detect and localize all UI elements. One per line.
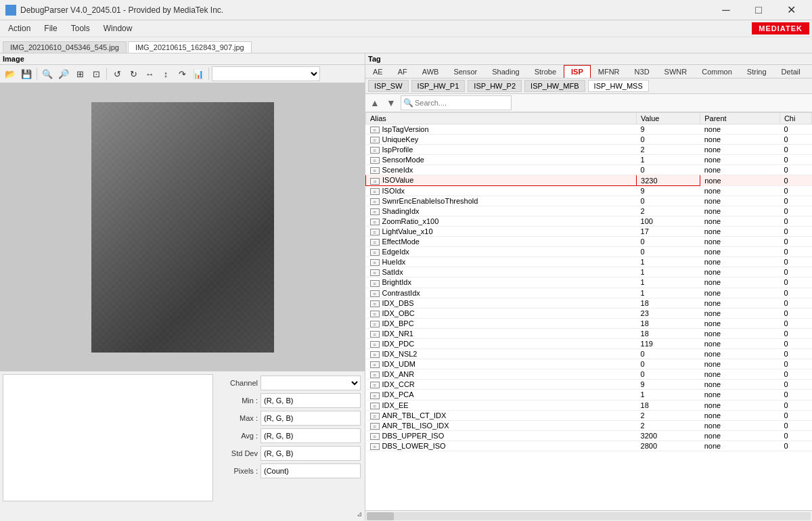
window-controls: ─ □ ✕ [710, 0, 807, 20]
cell-value: 2 [637, 145, 700, 155]
tab-sensor[interactable]: Sensor [446, 65, 484, 78]
tab-isp[interactable]: ISP [564, 65, 591, 78]
table-row[interactable]: =EffectMode0none0 [366, 237, 812, 247]
menu-action[interactable]: Action [3, 22, 36, 35]
sub-tab-isphwp1[interactable]: ISP_HW_P1 [411, 80, 466, 92]
sub-tab-ispsw[interactable]: ISP_SW [368, 80, 409, 92]
tab-mfnr[interactable]: MFNR [591, 65, 627, 78]
table-row[interactable]: =SceneIdx0none0 [366, 165, 812, 175]
table-row[interactable]: =UniqueKey0none0 [366, 135, 812, 145]
table-row[interactable]: =IDX_UDM0none0 [366, 359, 812, 369]
rotate-cw-button[interactable]: ↷ [175, 66, 189, 81]
cell-children: 0 [780, 308, 811, 318]
tab-awb[interactable]: AWB [415, 65, 447, 78]
table-row[interactable]: =ZoomRatio_x100100none0 [366, 216, 812, 226]
table-row[interactable]: =DBS_LOWER_ISO2800none0 [366, 440, 812, 451]
cell-children: 0 [780, 185, 811, 196]
tab-strobe[interactable]: Strobe [527, 65, 564, 78]
cell-value: 0 [637, 349, 700, 359]
file-tab-1[interactable]: IMG_20210615_162843_907.jpg [128, 41, 252, 53]
table-row[interactable]: =HueIdx1none0 [366, 257, 812, 267]
table-row[interactable]: =IDX_PCA1none0 [366, 390, 812, 400]
table-row[interactable]: =LightValue_x1017none0 [366, 226, 812, 236]
tab-ae[interactable]: AE [365, 65, 390, 78]
horizontal-scrollbar[interactable] [367, 512, 811, 520]
channel-select[interactable] [261, 376, 361, 390]
tab-string[interactable]: String [740, 65, 774, 78]
table-row[interactable]: =EdgeIdx0none0 [366, 247, 812, 257]
save-button[interactable]: 💾 [19, 66, 34, 81]
table-row[interactable]: =ANR_TBL_CT_IDX2none0 [366, 410, 812, 420]
table-row[interactable]: =IDX_EE18none0 [366, 400, 812, 410]
table-row[interactable]: =SensorMode1none0 [366, 155, 812, 165]
scroll-thumb [367, 512, 394, 520]
table-row[interactable]: =ISOValue3230none0 [366, 175, 812, 185]
table-row[interactable]: =IDX_NR118none0 [366, 328, 812, 338]
row-icon: = [370, 229, 380, 235]
cell-alias: =SatIdx [366, 267, 637, 277]
maximize-button[interactable]: □ [743, 0, 774, 20]
histogram-button[interactable]: 📊 [191, 66, 206, 81]
cell-value: 100 [637, 216, 700, 226]
tab-af[interactable]: AF [390, 65, 415, 78]
sub-tab-isphwmfb[interactable]: ISP_HW_MFB [524, 80, 585, 92]
app-icon [5, 5, 16, 16]
table-row[interactable]: =IspProfile2none0 [366, 145, 812, 155]
cell-children: 0 [780, 390, 811, 400]
table-row[interactable]: =ShadingIdx2none0 [366, 206, 812, 216]
actual-size-button[interactable]: ⊡ [89, 66, 104, 81]
cell-value: 9 [637, 185, 700, 196]
search-input[interactable] [401, 95, 512, 110]
tab-n3d[interactable]: N3D [627, 65, 657, 78]
sub-tab-isphwmss[interactable]: ISP_HW_MSS [588, 80, 649, 92]
table-row[interactable]: =IDX_OBC23none0 [366, 308, 812, 318]
table-row[interactable]: =IspTagVersion9none0 [366, 124, 812, 135]
row-icon: = [370, 259, 380, 266]
bottom-scroll-bar[interactable] [365, 510, 812, 521]
flip-v-button[interactable]: ↕ [158, 66, 173, 81]
tab-common[interactable]: Common [694, 65, 740, 78]
expand-down-button[interactable]: ▼ [384, 96, 398, 110]
cell-parent: none [700, 369, 780, 380]
table-header-row: Alias Value Parent Chi [366, 113, 812, 124]
table-row[interactable]: =IDX_BPC18none0 [366, 318, 812, 328]
cell-alias: =BrightIdx [366, 277, 637, 288]
menu-window[interactable]: Window [98, 22, 138, 35]
table-row[interactable]: =IDX_PDC119none0 [366, 338, 812, 348]
table-row[interactable]: =BrightIdx1none0 [366, 277, 812, 288]
table-row[interactable]: =IDX_NSL20none0 [366, 349, 812, 359]
tab-detail[interactable]: Detail [774, 65, 808, 78]
close-button[interactable]: ✕ [775, 0, 807, 20]
table-row[interactable]: =ContrastIdx1none0 [366, 288, 812, 298]
menu-tools[interactable]: Tools [66, 22, 95, 35]
title-bar: DebugParser V4.0_2045.01 - Provided by M… [0, 0, 812, 20]
minimize-button[interactable]: ─ [710, 0, 742, 20]
table-row[interactable]: =IDX_DBS18none0 [366, 298, 812, 308]
cell-children: 0 [780, 277, 811, 288]
table-row[interactable]: =SwnrEncEnableIsoThreshold0none0 [366, 196, 812, 206]
table-row[interactable]: =IDX_ANR0none0 [366, 369, 812, 380]
row-icon: = [370, 413, 380, 420]
fit-button[interactable]: ⊞ [72, 66, 87, 81]
open-button[interactable]: 📂 [3, 66, 18, 81]
row-icon: = [370, 290, 380, 297]
rotate-right-button[interactable]: ↻ [126, 66, 141, 81]
expand-up-button[interactable]: ▲ [368, 96, 382, 110]
toolbar-select[interactable] [212, 66, 320, 81]
table-row[interactable]: =ISOIdx9none0 [366, 185, 812, 196]
table-row[interactable]: =ANR_TBL_ISO_IDX2none0 [366, 420, 812, 430]
file-tab-0[interactable]: IMG_20210610_045346_545.jpg [3, 41, 127, 53]
table-row[interactable]: =SatIdx1none0 [366, 267, 812, 277]
menu-file[interactable]: File [39, 22, 62, 35]
rotate-left-button[interactable]: ↺ [110, 66, 125, 81]
zoom-out-button[interactable]: 🔎 [56, 66, 71, 81]
cell-alias: =ContrastIdx [366, 288, 637, 298]
tab-swnr[interactable]: SWNR [657, 65, 695, 78]
data-table-wrapper[interactable]: Alias Value Parent Chi =IspTagVersion9no… [365, 112, 812, 510]
flip-h-button[interactable]: ↔ [142, 66, 157, 81]
table-row[interactable]: =IDX_CCR9none0 [366, 380, 812, 390]
sub-tab-isphwp2[interactable]: ISP_HW_P2 [468, 80, 522, 92]
table-row[interactable]: =DBS_UPPER_ISO3200none0 [366, 430, 812, 440]
tab-shading[interactable]: Shading [484, 65, 526, 78]
zoom-in-button[interactable]: 🔍 [40, 66, 55, 81]
